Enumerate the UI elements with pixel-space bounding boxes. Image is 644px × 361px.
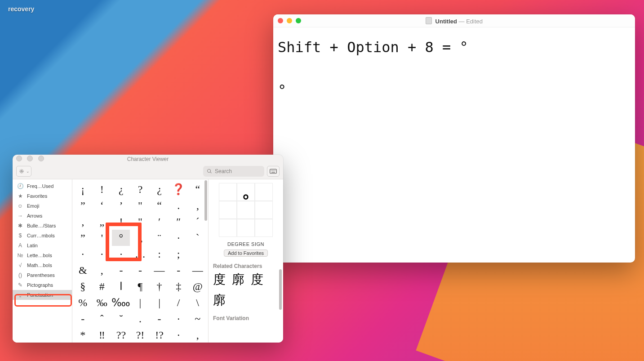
glyph-cell[interactable]: ¶ bbox=[131, 278, 149, 294]
glyph-cell[interactable]: . bbox=[131, 311, 149, 327]
textedit-body[interactable]: Shift + Option + 8 = ° ° bbox=[273, 27, 635, 110]
category-icon: ☺ bbox=[17, 203, 23, 209]
glyph-cell[interactable]: - bbox=[74, 311, 92, 327]
glyph-cell[interactable]: ‱ bbox=[112, 294, 130, 311]
glyph-cell[interactable]: !? bbox=[151, 327, 169, 343]
glyph-cell[interactable]: " bbox=[131, 197, 149, 214]
glyph-cell[interactable]: ‼ bbox=[93, 327, 111, 343]
glyph-cell[interactable]: . bbox=[169, 197, 187, 214]
glyph-cell[interactable]: · bbox=[169, 311, 187, 327]
glyph-cell[interactable]: ¨ bbox=[151, 230, 169, 246]
glyph-cell[interactable]: ‘ bbox=[93, 197, 111, 214]
glyph-cell[interactable]: · bbox=[169, 327, 187, 343]
glyph-cell[interactable]: ¿ bbox=[151, 181, 169, 197]
glyph-cell[interactable]: ?! bbox=[131, 327, 149, 343]
sidebar-item-punctuation[interactable]: „Punctuation bbox=[13, 290, 72, 300]
glyph-cell[interactable]: , bbox=[93, 262, 111, 278]
glyph-cell[interactable]: ! bbox=[112, 214, 130, 230]
glyph-cell[interactable]: ' bbox=[93, 230, 111, 246]
sidebar-item-math-bols[interactable]: √Math…bols bbox=[13, 260, 72, 270]
maximize-button[interactable] bbox=[296, 18, 301, 23]
sidebar-item-label: Pictographs bbox=[27, 282, 67, 288]
glyph-cell[interactable]: ¿ bbox=[112, 181, 130, 197]
sidebar-item-arrows[interactable]: →Arrows bbox=[13, 211, 72, 221]
glyph-cell[interactable]: ” bbox=[74, 197, 92, 214]
glyph-cell[interactable]: ا bbox=[112, 278, 130, 294]
glyph-cell[interactable]: · bbox=[112, 246, 130, 262]
sidebar-item-freq-used[interactable]: 🕘Freq…Used bbox=[13, 181, 72, 191]
sidebar-item-pictographs[interactable]: ✎Pictographs bbox=[13, 280, 72, 290]
glyph-cell[interactable]: " bbox=[131, 214, 149, 230]
glyph-cell[interactable]: | bbox=[131, 294, 149, 311]
glyph-cell[interactable]: - bbox=[112, 262, 130, 278]
category-icon: 🕘 bbox=[17, 183, 23, 189]
search-input[interactable]: Search bbox=[203, 166, 264, 177]
sidebar-item-bulle-stars[interactable]: ✱Bulle…/Stars bbox=[13, 221, 72, 231]
glyph-cell[interactable]: ‰ bbox=[93, 294, 111, 311]
sidebar-item-lette-bols[interactable]: №Lette…bols bbox=[13, 250, 72, 260]
glyph-cell[interactable]: ‡ bbox=[169, 278, 187, 294]
glyph-cell[interactable]: # bbox=[93, 278, 111, 294]
glyph-cell[interactable]: ° bbox=[112, 230, 130, 246]
textedit-titlebar[interactable]: Untitled — Edited bbox=[273, 14, 635, 27]
glyph-cell[interactable]: — bbox=[151, 262, 169, 278]
glyph-cell[interactable]: ?? bbox=[112, 327, 130, 343]
glyph-cell[interactable]: · bbox=[169, 230, 187, 246]
glyph-cell[interactable]: „ bbox=[93, 214, 111, 230]
textedit-title: Untitled — Edited bbox=[273, 17, 635, 25]
detail-scrollbar[interactable] bbox=[279, 269, 282, 310]
glyph-cell[interactable]: „ bbox=[131, 230, 149, 246]
glyph-cell[interactable]: ! bbox=[93, 181, 111, 197]
glyph-cell[interactable]: - bbox=[131, 262, 149, 278]
glyph-cell[interactable]: “ bbox=[151, 197, 169, 214]
glyph-cell[interactable]: ” bbox=[74, 230, 92, 246]
glyph-cell[interactable]: * bbox=[74, 327, 92, 343]
character-viewer-window: Character Viewer ⌄ Search 🕘Freq…Used★Fav… bbox=[13, 155, 283, 343]
sidebar-item-emoji[interactable]: ☺Emoji bbox=[13, 201, 72, 211]
charviewer-titlebar[interactable]: Character Viewer bbox=[13, 155, 283, 164]
glyph-cell[interactable]: - bbox=[169, 262, 187, 278]
related-character[interactable]: 廓 bbox=[213, 292, 226, 309]
glyph-cell[interactable]: ‚ bbox=[74, 214, 92, 230]
glyph-cell[interactable]: : bbox=[151, 246, 169, 262]
sidebar-item-latin[interactable]: ALatin bbox=[13, 241, 72, 250]
glyph-cell[interactable]: ? bbox=[131, 181, 149, 197]
category-sidebar: 🕘Freq…Used★Favorites☺Emoji→Arrows✱Bulle…… bbox=[13, 179, 72, 343]
sidebar-item-parentheses[interactable]: ()Parentheses bbox=[13, 270, 72, 280]
glyph-cell[interactable]: - bbox=[151, 311, 169, 327]
glyph-cell[interactable]: ″ bbox=[169, 214, 187, 230]
glyph-cell[interactable]: | bbox=[151, 294, 169, 311]
category-icon: √ bbox=[17, 262, 23, 268]
close-button[interactable] bbox=[278, 18, 283, 23]
minimize-button[interactable] bbox=[287, 18, 292, 23]
glyph-cell[interactable]: ˆ bbox=[93, 311, 111, 327]
glyph-cell[interactable]: ˘ bbox=[112, 311, 130, 327]
related-character[interactable]: 度 bbox=[213, 271, 226, 288]
font-variation-label: Font Variation bbox=[213, 315, 279, 321]
category-menu-button[interactable]: ⌄ bbox=[16, 166, 31, 177]
glyph-cell[interactable]: % bbox=[74, 294, 92, 311]
related-character[interactable]: 度 bbox=[251, 271, 263, 288]
glyph-cell[interactable]: ’ bbox=[112, 197, 130, 214]
keyboard-viewer-button[interactable] bbox=[267, 166, 280, 177]
glyph-cell[interactable]: · bbox=[93, 246, 111, 262]
glyph-cell[interactable]: § bbox=[74, 278, 92, 294]
glyph-cell[interactable]: / bbox=[169, 294, 187, 311]
glyph-cell[interactable]: ❓ bbox=[169, 181, 187, 197]
svg-point-0 bbox=[21, 170, 22, 172]
glyph-cell[interactable]: † bbox=[151, 278, 169, 294]
related-characters: 度廓度廓 bbox=[213, 271, 279, 309]
related-characters-label: Related Characters bbox=[213, 263, 279, 269]
glyph-cell[interactable]: ′ bbox=[151, 214, 169, 230]
add-to-favorites-button[interactable]: Add to Favorites bbox=[224, 250, 268, 257]
glyph-cell[interactable]: … bbox=[131, 246, 149, 262]
glyph-cell[interactable]: · bbox=[74, 246, 92, 262]
sidebar-item-favorites[interactable]: ★Favorites bbox=[13, 191, 72, 201]
glyph-cell[interactable]: ; bbox=[169, 246, 187, 262]
glyph-cell[interactable]: ¡ bbox=[74, 181, 92, 197]
related-character[interactable]: 廓 bbox=[232, 271, 244, 288]
glyph-cell[interactable]: & bbox=[74, 262, 92, 278]
category-icon: ✎ bbox=[17, 282, 23, 288]
sidebar-item-curr-mbols[interactable]: $Curr…mbols bbox=[13, 231, 72, 241]
glyph-scrollbar[interactable] bbox=[204, 180, 207, 342]
